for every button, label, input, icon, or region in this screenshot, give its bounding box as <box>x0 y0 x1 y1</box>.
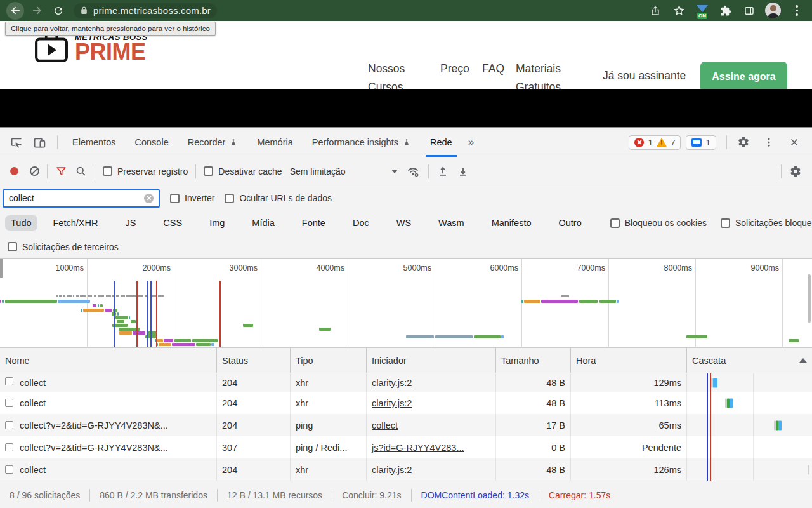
nav-faq[interactable]: FAQ <box>482 60 504 78</box>
request-initiator-link[interactable]: clarity.js:2 <box>372 378 412 388</box>
clear-filter-icon[interactable] <box>144 194 154 203</box>
record-button[interactable] <box>10 167 18 175</box>
table-row[interactable]: collect 204 xhr clarity.js:2 48 B 126ms <box>0 458 812 481</box>
errors-warnings-badge[interactable]: 1 7 <box>629 135 681 150</box>
network-conditions-button[interactable] <box>405 164 421 178</box>
forward-button[interactable] <box>28 2 46 20</box>
request-time: 126ms <box>571 458 687 481</box>
side-panel-icon <box>743 5 755 17</box>
column-header-tipo[interactable]: Tipo <box>291 348 367 373</box>
table-row[interactable]: collect?v=2&tid=G-RJYY4V283N&... 307 pin… <box>0 436 812 458</box>
hide-data-urls-checkbox[interactable]: Ocultar URLs de dados <box>225 193 332 203</box>
login-link[interactable]: Já sou assinante <box>603 69 686 83</box>
chip-tudo[interactable]: Tudo <box>5 215 37 231</box>
url-text[interactable]: prime.metricasboss.com.br <box>93 5 211 16</box>
chip-manifesto[interactable]: Manifesto <box>486 215 537 231</box>
checkbox-icon[interactable] <box>204 166 213 176</box>
tab-rede[interactable]: Rede <box>421 128 462 157</box>
tab-console[interactable]: Console <box>126 128 178 157</box>
throttling-select[interactable]: Sem limitação <box>290 166 398 177</box>
extension-vpn-button[interactable]: ON <box>695 3 710 18</box>
chip-js[interactable]: JS <box>119 215 141 231</box>
tab-recorder[interactable]: Recorder <box>178 128 248 157</box>
column-header-tamanho[interactable]: Tamanho <box>496 348 571 373</box>
column-header-nome[interactable]: Nome <box>0 348 217 373</box>
tab-elementos[interactable]: Elementos <box>63 128 126 157</box>
chip-fetch-xhr[interactable]: Fetch/XHR <box>48 215 104 231</box>
throttling-value: Sem limitação <box>290 166 346 177</box>
request-initiator-link[interactable]: js?id=G-RJYY4V283... <box>372 443 464 453</box>
address-bar[interactable]: prime.metricasboss.com.br <box>74 3 217 18</box>
devtools-menu-button[interactable] <box>759 133 779 152</box>
column-header-hora[interactable]: Hora <box>571 348 687 373</box>
request-name[interactable]: collect <box>20 378 46 388</box>
checkbox-icon[interactable] <box>721 218 730 228</box>
checkbox-icon[interactable] <box>8 242 17 251</box>
request-name[interactable]: collect <box>20 398 46 408</box>
tab-memoria[interactable]: Memória <box>247 128 302 157</box>
chip-css[interactable]: CSS <box>157 215 188 231</box>
browser-menu-button[interactable] <box>789 3 804 18</box>
device-toolbar-button[interactable] <box>29 133 49 152</box>
table-row[interactable]: collect 204 xhr clarity.js:2 48 B 113ms <box>0 392 812 414</box>
back-button[interactable] <box>6 2 24 20</box>
profile-avatar[interactable] <box>765 3 781 18</box>
search-button[interactable] <box>75 165 87 177</box>
request-initiator-link[interactable]: collect <box>372 420 398 431</box>
preserve-log-checkbox[interactable]: Preservar registro <box>103 166 188 177</box>
filter-input[interactable]: collect <box>3 189 160 208</box>
overview-scrollbar-right[interactable] <box>808 274 811 323</box>
share-button[interactable] <box>648 3 663 18</box>
request-name[interactable]: collect?v=2&tid=G-RJYY4V283N&... <box>20 420 168 431</box>
reload-button[interactable] <box>49 2 67 20</box>
timeline-tick-label: 1000ms <box>56 264 87 272</box>
request-name[interactable]: collect <box>20 465 46 475</box>
side-panel-button[interactable] <box>742 3 757 18</box>
filter-input-value[interactable]: collect <box>9 193 144 203</box>
chip-ws[interactable]: WS <box>391 215 417 231</box>
more-tabs-button[interactable]: » <box>462 136 480 149</box>
blocked-cookies-checkbox[interactable]: Bloqueou os cookies <box>610 218 707 228</box>
chip-outro[interactable]: Outro <box>553 215 587 231</box>
checkbox-icon[interactable] <box>170 194 180 203</box>
chip-doc[interactable]: Doc <box>347 215 375 231</box>
request-initiator-link[interactable]: clarity.js:2 <box>372 465 412 475</box>
disable-cache-checkbox[interactable]: Desativar cache <box>204 166 282 177</box>
network-overview-timeline[interactable]: 1000ms2000ms3000ms4000ms5000ms6000ms7000… <box>0 258 812 347</box>
import-har-button[interactable] <box>436 165 449 178</box>
network-settings-button[interactable] <box>789 165 802 178</box>
checkbox-icon[interactable] <box>225 194 234 203</box>
table-row[interactable]: collect 204 xhr clarity.js:2 48 B 129ms <box>0 373 812 392</box>
overview-scrollbar-left[interactable] <box>0 259 3 278</box>
invert-checkbox[interactable]: Inverter <box>170 193 214 203</box>
export-har-button[interactable] <box>457 165 469 178</box>
requests-table: Nome Status Tipo Iniciador Tamanho Hora … <box>0 347 812 481</box>
chip-wasm[interactable]: Wasm <box>433 215 470 231</box>
column-header-status[interactable]: Status <box>217 348 291 373</box>
extensions-button[interactable] <box>718 3 733 18</box>
checkbox-icon[interactable] <box>103 166 112 176</box>
chip-fonte[interactable]: Fonte <box>296 215 331 231</box>
table-row[interactable]: collect?v=2&tid=G-RJYY4V283N&... 204 pin… <box>0 414 812 436</box>
checkbox-icon[interactable] <box>610 218 620 228</box>
site-logo[interactable]: MÉTRICAS BOSS PRIME <box>34 32 148 63</box>
third-party-checkbox[interactable]: Solicitações de terceiros <box>8 242 119 252</box>
issues-badge[interactable]: 1 <box>686 135 716 150</box>
filter-toggle-button[interactable] <box>55 165 67 177</box>
bookmark-button[interactable] <box>671 3 686 18</box>
settings-button[interactable] <box>733 133 754 152</box>
subscribe-button[interactable]: Assine agora <box>700 62 787 92</box>
column-header-iniciador[interactable]: Iniciador <box>367 348 496 373</box>
request-name[interactable]: collect?v=2&tid=G-RJYY4V283N&... <box>20 443 168 453</box>
tab-performance-insights[interactable]: Performance insights <box>303 128 421 157</box>
nav-preco[interactable]: Preço <box>440 60 469 78</box>
inspect-element-button[interactable] <box>6 133 27 152</box>
blocked-requests-checkbox[interactable]: Solicitações bloqueadas <box>721 218 812 228</box>
chip-midia[interactable]: Mídia <box>246 215 280 231</box>
request-initiator-link[interactable]: clarity.js:2 <box>372 398 412 408</box>
clear-button[interactable] <box>30 166 39 176</box>
column-header-cascata[interactable]: Cascata <box>687 348 812 373</box>
requests-summary: 8 / 96 solicitações <box>0 489 90 502</box>
close-devtools-button[interactable] <box>784 133 804 152</box>
chip-img[interactable]: Img <box>204 215 230 231</box>
